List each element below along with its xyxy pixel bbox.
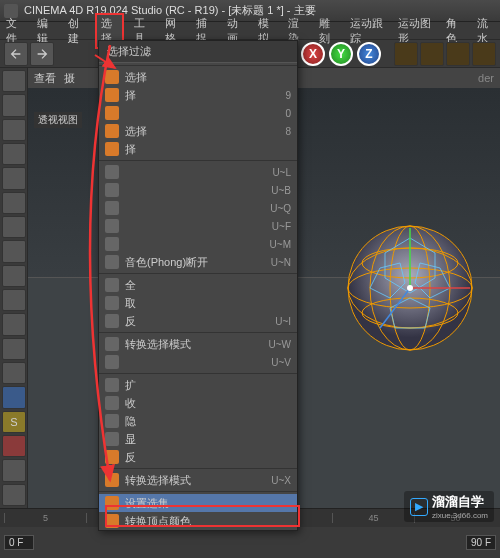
dd-item-hide[interactable]: 隐 xyxy=(99,412,297,430)
tool-model[interactable] xyxy=(2,192,26,214)
dd-item-select2[interactable]: 择9 xyxy=(99,86,297,104)
dd-item-connected[interactable]: U~V xyxy=(99,353,297,371)
svg-point-15 xyxy=(407,285,413,291)
select-icon xyxy=(105,70,119,84)
undo-button[interactable] xyxy=(4,42,28,66)
vp-tab-view[interactable]: 查看 xyxy=(34,71,56,86)
tl-tick: 5 xyxy=(4,513,86,523)
watermark: ▶ 溜溜自学 zixue.3d66.com xyxy=(404,491,494,522)
dd-item-all[interactable]: 全 xyxy=(99,276,297,294)
dd-item-loop[interactable]: U~L xyxy=(99,163,297,181)
phong-icon xyxy=(105,255,119,269)
dd-item-grow[interactable]: 扩 xyxy=(99,376,297,394)
none-icon xyxy=(105,296,119,310)
dd-item-shrink[interactable]: 收 xyxy=(99,394,297,412)
dd-item-select4[interactable]: 选择8 xyxy=(99,122,297,140)
select-menu-dropdown: 选择过滤 选择 择9 0 选择8 择 U~L U~B U~Q U~F U~M 音… xyxy=(98,40,298,531)
render-button-2[interactable] xyxy=(420,42,444,66)
watermark-brand: 溜溜自学 xyxy=(432,493,488,511)
timeline-end-field[interactable]: 90 F xyxy=(466,535,496,550)
path-icon xyxy=(105,237,119,251)
sphere-object[interactable] xyxy=(340,218,480,358)
tool-texture[interactable] xyxy=(2,216,26,238)
all-icon xyxy=(105,278,119,292)
play-icon: ▶ xyxy=(410,498,428,516)
dd-item-phong[interactable]: 音色(Phong)断开U~N xyxy=(99,253,297,271)
tool-blank2[interactable] xyxy=(2,240,26,262)
tl-tick: 45 xyxy=(332,513,414,523)
hide-icon xyxy=(105,414,119,428)
dd-item-select1[interactable]: 选择 xyxy=(99,68,297,86)
convert-icon xyxy=(105,473,119,487)
dd-item-invert[interactable]: 反U~I xyxy=(99,312,297,330)
dd-item-invert2[interactable]: 反 xyxy=(99,448,297,466)
dd-item-select5[interactable]: 择 xyxy=(99,140,297,158)
dd-item-show[interactable]: 显 xyxy=(99,430,297,448)
menubar: 文件 编辑 创建 选择 工具 网格 捕捉 动画 模拟 渲染 雕刻 运动跟踪 运动… xyxy=(0,22,500,40)
timeline-start-field[interactable]: 0 F xyxy=(4,535,34,550)
tool-polygon[interactable] xyxy=(2,313,26,335)
tool-globe[interactable] xyxy=(2,119,26,141)
tool-mouse[interactable] xyxy=(2,386,26,408)
dd-item-ring[interactable]: U~B xyxy=(99,181,297,199)
convert-icon xyxy=(105,337,119,351)
connected-icon xyxy=(105,355,119,369)
vp-tab-camera[interactable]: 摄 xyxy=(64,71,75,86)
loop-icon xyxy=(105,165,119,179)
vertex-color-icon xyxy=(105,514,119,528)
select-icon xyxy=(105,106,119,120)
left-toolbar: S xyxy=(0,68,28,508)
render-button-1[interactable] xyxy=(394,42,418,66)
tool-axis[interactable] xyxy=(2,362,26,384)
selection-set-icon xyxy=(105,496,119,510)
select-icon xyxy=(105,124,119,138)
vp-render-hint: der xyxy=(478,72,494,84)
dd-filter-header[interactable]: 选择过滤 xyxy=(99,41,297,63)
dd-item-fill[interactable]: U~F xyxy=(99,217,297,235)
axis-x-button[interactable]: X xyxy=(301,42,325,66)
select-icon xyxy=(105,88,119,102)
invert-icon xyxy=(105,314,119,328)
tool-cube[interactable] xyxy=(2,167,26,189)
dd-item-none[interactable]: 取 xyxy=(99,294,297,312)
dd-item-convert[interactable]: 转换选择模式U~W xyxy=(99,335,297,353)
render-button-3[interactable] xyxy=(446,42,470,66)
tool-blank3[interactable] xyxy=(2,338,26,360)
select-icon xyxy=(105,142,119,156)
dd-item-path[interactable]: U~M xyxy=(99,235,297,253)
viewport-label: 透视视图 xyxy=(34,112,82,128)
fill-icon xyxy=(105,219,119,233)
tool-magnet[interactable] xyxy=(2,435,26,457)
render-button-4[interactable] xyxy=(472,42,496,66)
dd-item-convert-mode[interactable]: 转换选择模式U~X xyxy=(99,471,297,489)
dd-item-outline[interactable]: U~Q xyxy=(99,199,297,217)
tool-move[interactable] xyxy=(2,94,26,116)
invert-icon xyxy=(105,450,119,464)
tool-blank1[interactable] xyxy=(2,143,26,165)
dd-item-select3[interactable]: 0 xyxy=(99,104,297,122)
axis-z-button[interactable]: Z xyxy=(357,42,381,66)
tool-s-button[interactable]: S xyxy=(2,411,26,433)
tool-locked[interactable] xyxy=(2,484,26,506)
dd-item-vertex-color[interactable]: 转换顶点颜色 xyxy=(99,512,297,530)
grow-icon xyxy=(105,378,119,392)
dd-item-set-selection[interactable]: 设置选集 xyxy=(99,494,297,512)
tool-workplane[interactable] xyxy=(2,459,26,481)
shrink-icon xyxy=(105,396,119,410)
tool-point[interactable] xyxy=(2,265,26,287)
outline-icon xyxy=(105,201,119,215)
tool-edge[interactable] xyxy=(2,289,26,311)
menu-create[interactable]: 创建 xyxy=(64,15,89,47)
ring-icon xyxy=(105,183,119,197)
show-icon xyxy=(105,432,119,446)
redo-button[interactable] xyxy=(30,42,54,66)
axis-y-button[interactable]: Y xyxy=(329,42,353,66)
tool-live-select[interactable] xyxy=(2,70,26,92)
watermark-url: zixue.3d66.com xyxy=(432,511,488,520)
